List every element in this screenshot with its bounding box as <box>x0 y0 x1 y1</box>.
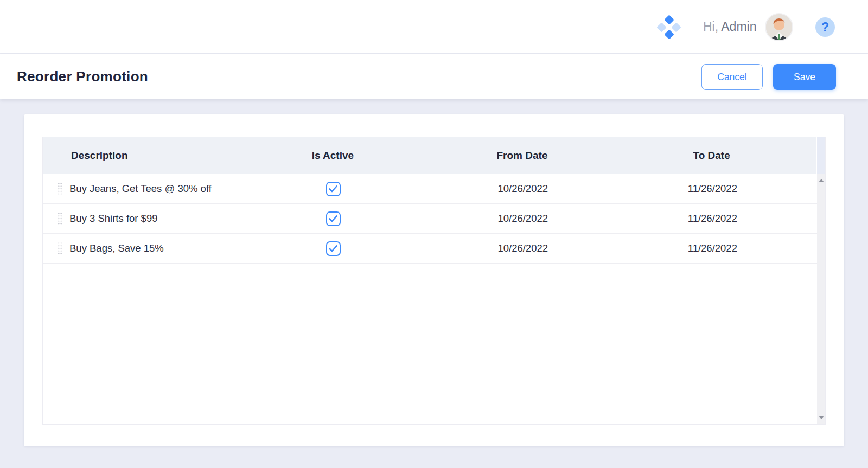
header-to-date: To Date <box>607 150 816 162</box>
promotion-description: Buy Jeans, Get Tees @ 30% off <box>69 183 212 195</box>
diamond-right <box>671 22 681 32</box>
page-title: Reorder Promotion <box>17 54 148 99</box>
top-bar: Hi, Admin ? <box>0 0 868 54</box>
table-body: Buy Jeans, Get Tees @ 30% off 10/26/2022… <box>43 174 817 424</box>
header-is-active: Is Active <box>228 150 437 162</box>
from-date: 10/26/2022 <box>497 213 548 225</box>
drag-handle-icon[interactable] <box>58 182 62 195</box>
drag-handle-icon[interactable] <box>58 242 62 255</box>
check-icon <box>329 215 337 222</box>
content-card: Description Is Active From Date To Date … <box>24 114 844 446</box>
greeting-prefix: Hi, <box>703 20 718 34</box>
promotion-description: Buy Bags, Save 15% <box>69 242 164 254</box>
greeting-name: Admin <box>721 20 756 34</box>
help-button[interactable]: ? <box>815 17 835 37</box>
is-active-checkbox[interactable] <box>326 182 341 196</box>
to-date: 11/26/2022 <box>688 213 737 225</box>
header-scrollbar-corner <box>816 137 825 174</box>
check-icon <box>329 185 337 193</box>
user-avatar[interactable] <box>765 13 793 41</box>
apps-grid-icon[interactable] <box>658 16 680 39</box>
promotions-table: Description Is Active From Date To Date … <box>42 137 826 425</box>
avatar-illustration <box>766 14 792 40</box>
table-row: Buy Jeans, Get Tees @ 30% off 10/26/2022… <box>43 174 817 204</box>
table-header: Description Is Active From Date To Date <box>43 137 825 174</box>
diamond-top <box>664 15 674 24</box>
table-row: Buy 3 Shirts for $99 10/26/2022 11/26/20… <box>43 204 817 234</box>
scroll-up-icon[interactable] <box>819 179 824 182</box>
diamond-bottom <box>664 29 674 39</box>
page-toolbar: Reorder Promotion Cancel Save <box>0 54 868 99</box>
greeting: Hi, Admin <box>703 0 756 54</box>
scroll-down-icon[interactable] <box>819 416 824 419</box>
promotion-description: Buy 3 Shirts for $99 <box>69 213 157 225</box>
table-row: Buy Bags, Save 15% 10/26/2022 11/26/2022 <box>43 234 817 264</box>
to-date: 11/26/2022 <box>688 242 737 254</box>
from-date: 10/26/2022 <box>497 183 548 195</box>
cancel-button[interactable]: Cancel <box>701 64 763 90</box>
vertical-scrollbar[interactable] <box>817 174 825 424</box>
is-active-checkbox[interactable] <box>326 211 341 226</box>
is-active-checkbox[interactable] <box>326 241 341 256</box>
from-date: 10/26/2022 <box>497 242 548 254</box>
drag-handle-icon[interactable] <box>58 212 62 225</box>
save-button[interactable]: Save <box>773 64 836 90</box>
question-mark-icon: ? <box>821 20 829 35</box>
header-from-date: From Date <box>437 150 608 162</box>
to-date: 11/26/2022 <box>688 183 737 195</box>
header-description: Description <box>43 150 228 162</box>
diamond-left <box>656 22 666 32</box>
table-header-cells: Description Is Active From Date To Date <box>43 137 816 174</box>
check-icon <box>329 245 337 252</box>
